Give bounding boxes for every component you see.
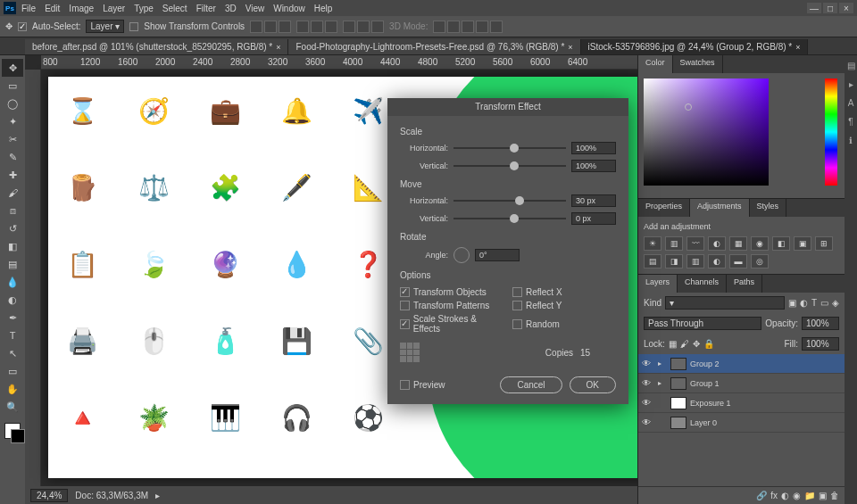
new-layer-icon[interactable]: ▣ (819, 491, 827, 500)
link-icon[interactable]: 🔗 (756, 491, 767, 500)
close-icon[interactable]: × (795, 43, 800, 52)
photo-filter-icon[interactable]: ▣ (794, 236, 811, 251)
close-icon[interactable]: × (276, 43, 280, 52)
lock-all-icon[interactable]: 🔒 (703, 339, 714, 349)
menu-layer[interactable]: Layer (103, 4, 125, 13)
document-tab[interactable]: Food-Photography-Lightroom-Presets-Free.… (288, 39, 580, 54)
filter-shape-icon[interactable]: ▭ (820, 298, 828, 308)
actions-icon[interactable]: ▸ (849, 79, 853, 89)
color-handle[interactable] (685, 103, 692, 111)
move-h-slider[interactable] (453, 195, 566, 206)
hue-slider[interactable] (825, 78, 837, 186)
copies-value[interactable]: 15 (580, 348, 616, 358)
filter-smart-icon[interactable]: ◈ (832, 298, 839, 308)
move-v-slider[interactable] (453, 213, 566, 224)
opt-transform-objects[interactable]: Transform Objects (400, 287, 503, 297)
ok-button[interactable]: OK (570, 376, 616, 393)
scale-v-slider[interactable] (453, 161, 566, 171)
pen-tool[interactable]: ✒ (2, 309, 23, 326)
lock-trans-icon[interactable]: ▦ (669, 339, 677, 349)
document-tab[interactable]: before_after.psd @ 101% (shutterstock_85… (25, 39, 288, 54)
menu-image[interactable]: Image (69, 4, 94, 13)
window-maximize[interactable]: □ (823, 3, 837, 13)
filter-adj-icon[interactable]: ◐ (800, 298, 808, 308)
trash-icon[interactable]: 🗑 (830, 491, 839, 500)
tab-properties[interactable]: Properties (638, 199, 690, 217)
menu-help[interactable]: Help (314, 4, 333, 13)
hand-tool[interactable]: ✋ (2, 380, 23, 398)
history-icon[interactable]: ▤ (847, 61, 855, 70)
exposure-icon[interactable]: ◐ (708, 236, 726, 251)
opt-reflect-y[interactable]: Reflect Y (512, 301, 616, 310)
auto-select-dropdown[interactable]: Layer ▾ (86, 20, 124, 33)
preview-checkbox[interactable]: Preview (400, 380, 445, 390)
saturation-field[interactable] (644, 78, 769, 186)
dodge-tool[interactable]: ◐ (2, 291, 23, 309)
menu-select[interactable]: Select (162, 4, 187, 13)
selective-icon[interactable]: ◎ (751, 254, 769, 269)
group-icon[interactable]: 📁 (804, 491, 815, 500)
window-minimize[interactable]: — (807, 3, 821, 13)
vibrance-icon[interactable]: ▦ (729, 236, 747, 251)
background-color[interactable] (11, 429, 25, 443)
opt-transform-patterns[interactable]: Transform Patterns (400, 301, 503, 310)
bw-icon[interactable]: ◧ (772, 236, 790, 251)
document-tab[interactable]: iStock-535796896.jpg @ 24,4% (Group 2, R… (581, 39, 809, 54)
brightness-icon[interactable]: ☀ (644, 236, 661, 251)
tab-swatches[interactable]: Swatches (673, 55, 723, 73)
visibility-icon[interactable]: 👁 (642, 378, 654, 388)
auto-select-checkbox[interactable] (18, 22, 27, 31)
curves-icon[interactable]: 〰 (686, 236, 704, 251)
cancel-button[interactable]: Cancel (500, 376, 562, 393)
opt-random[interactable]: Random (512, 314, 616, 334)
lock-pos-icon[interactable]: ✥ (693, 339, 700, 349)
close-icon[interactable]: × (568, 43, 572, 52)
fill-adj-icon[interactable]: ◉ (793, 491, 801, 500)
crop-tool[interactable]: ✂ (2, 130, 23, 148)
fill-value[interactable]: 100% (802, 337, 839, 351)
posterize-icon[interactable]: ▥ (686, 254, 704, 269)
gradient-tool[interactable]: ▤ (2, 255, 23, 273)
wand-tool[interactable]: ✦ (2, 112, 23, 130)
mask-icon[interactable]: ◐ (781, 491, 789, 500)
eyedropper-tool[interactable]: ✎ (2, 148, 23, 166)
text-tool[interactable]: T (2, 326, 23, 344)
layer-row[interactable]: 👁Exposure 1 (638, 393, 845, 413)
mixer-icon[interactable]: ⊞ (815, 236, 833, 251)
fx-icon[interactable]: fx (770, 491, 778, 500)
character-icon[interactable]: A (848, 98, 854, 108)
brush-tool[interactable]: 🖌 (2, 184, 23, 202)
angle-dial[interactable] (453, 247, 470, 263)
show-transform-checkbox[interactable] (129, 22, 138, 31)
hue-icon[interactable]: ◉ (751, 236, 769, 251)
lock-paint-icon[interactable]: 🖌 (680, 339, 689, 349)
filter-txt-icon[interactable]: T (811, 298, 817, 308)
color-picker[interactable] (638, 73, 845, 198)
tab-adjustments[interactable]: Adjustments (690, 199, 750, 217)
visibility-icon[interactable]: 👁 (642, 398, 654, 408)
path-tool[interactable]: ↖ (2, 344, 23, 362)
eraser-tool[interactable]: ◧ (2, 237, 23, 255)
anchor-grid[interactable] (400, 343, 420, 362)
paragraph-icon[interactable]: ¶ (848, 117, 853, 127)
move-h-value[interactable]: 30 px (571, 194, 616, 207)
shape-tool[interactable]: ▭ (2, 362, 23, 380)
info-icon[interactable]: ℹ (849, 136, 853, 145)
opt-reflect-x[interactable]: Reflect X (512, 287, 616, 297)
menu-filter[interactable]: Filter (196, 4, 216, 13)
zoom-tool[interactable]: 🔍 (2, 398, 23, 416)
tab-layers[interactable]: Layers (638, 275, 678, 293)
invert-icon[interactable]: ◨ (665, 254, 683, 269)
move-v-value[interactable]: 0 px (571, 212, 616, 225)
scale-h-slider[interactable] (453, 143, 566, 153)
tab-styles[interactable]: Styles (750, 199, 787, 217)
scale-h-value[interactable]: 100% (571, 142, 616, 154)
gradient-map-icon[interactable]: ▬ (729, 254, 747, 269)
chevron-right-icon[interactable]: ▸ (658, 359, 667, 368)
layer-row[interactable]: 👁▸Group 1 (638, 374, 845, 393)
chevron-right-icon[interactable]: ▸ (155, 491, 160, 500)
move-tool[interactable]: ✥ (2, 59, 23, 77)
scale-v-value[interactable]: 100% (571, 160, 616, 172)
menu-type[interactable]: Type (134, 4, 154, 13)
history-brush-tool[interactable]: ↺ (2, 219, 23, 237)
